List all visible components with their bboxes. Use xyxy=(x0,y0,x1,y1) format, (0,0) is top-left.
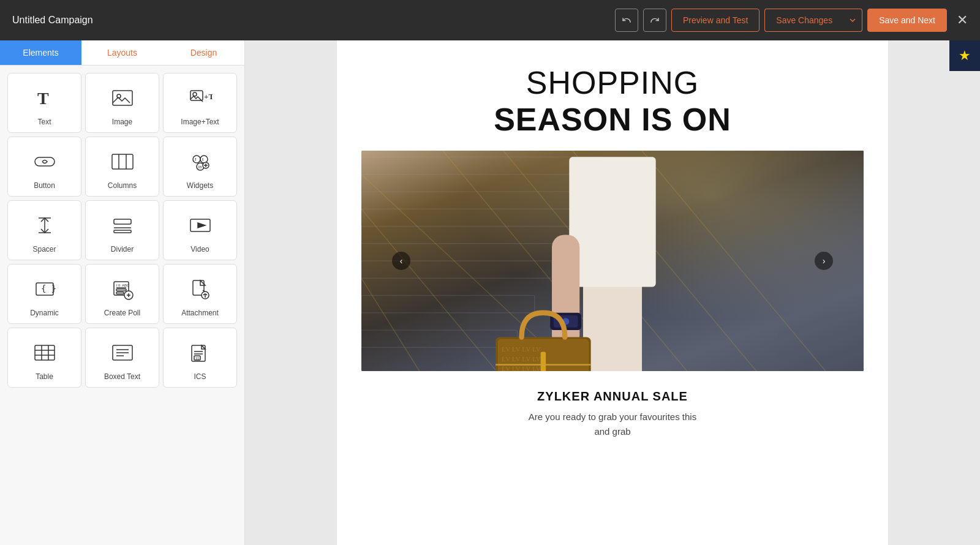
element-columns[interactable]: Columns xyxy=(85,137,159,197)
element-table[interactable]: Table xyxy=(7,328,81,388)
element-widgets-label: Widgets xyxy=(187,181,213,190)
save-changes-button[interactable]: Save Changes xyxy=(764,9,843,32)
section-body-line2: and grab xyxy=(386,424,839,439)
divider-icon xyxy=(108,211,137,240)
save-next-button[interactable]: Save and Next xyxy=(867,9,947,32)
element-divider[interactable]: Divider xyxy=(85,200,159,260)
svg-point-11 xyxy=(200,156,208,163)
svg-text:{ }: { } xyxy=(41,284,56,293)
element-button[interactable]: Button xyxy=(7,137,81,197)
svg-text:f: f xyxy=(195,157,197,162)
table-icon xyxy=(30,338,59,367)
undo-button[interactable] xyxy=(615,9,638,32)
carousel-prev-button[interactable]: ‹ xyxy=(392,252,410,270)
svg-rect-24 xyxy=(114,230,131,233)
heading-line1: SHOPPING xyxy=(361,65,864,102)
section-body-line1: Are you ready to grab your favourites th… xyxy=(386,410,839,424)
element-image[interactable]: Image xyxy=(85,73,159,133)
sidebar: Elements Layouts Design T Text xyxy=(0,40,245,545)
svg-rect-7 xyxy=(112,154,133,169)
element-ics-label: ICS xyxy=(194,372,206,381)
image-text-icon: +T xyxy=(186,83,215,113)
svg-text:in: in xyxy=(198,165,202,169)
element-video-label: Video xyxy=(190,245,209,254)
header-actions: Preview and Test Save Changes Save and N… xyxy=(615,9,968,32)
svg-text:t: t xyxy=(202,157,204,162)
svg-line-63 xyxy=(361,278,448,371)
element-spacer-label: Spacer xyxy=(32,245,56,254)
email-image: LV LV LV LV LV LV LV LV LV LV LV LV LV L… xyxy=(361,151,864,371)
element-attachment[interactable]: Attachment xyxy=(163,264,237,324)
element-divider-label: Divider xyxy=(111,245,134,254)
element-video[interactable]: Video xyxy=(163,200,237,260)
svg-rect-43 xyxy=(35,345,55,360)
element-spacer[interactable]: Spacer xyxy=(7,200,81,260)
redo-button[interactable] xyxy=(643,9,666,32)
sidebar-tabs: Elements Layouts Design xyxy=(0,40,244,66)
email-canvas: SHOPPING SEASON IS ON xyxy=(337,40,888,545)
canvas-area[interactable]: ★ SHOPPING SEASON IS ON xyxy=(245,40,980,545)
boxed-text-icon xyxy=(108,338,137,367)
svg-text:LV LV LV LV: LV LV LV LV xyxy=(502,364,541,370)
elements-grid: T Text Image xyxy=(0,66,244,395)
image-icon xyxy=(108,83,137,113)
star-icon: ★ xyxy=(959,48,971,64)
element-text[interactable]: T Text xyxy=(7,73,81,133)
email-section-body: Are you ready to grab your favourites th… xyxy=(337,410,888,451)
ics-icon: 31 xyxy=(186,338,215,367)
save-changes-group: Save Changes xyxy=(764,9,862,32)
element-image-text-label: Image+Text xyxy=(181,118,219,126)
element-boxed-text-label: Boxed Text xyxy=(104,372,140,381)
save-changes-dropdown-button[interactable] xyxy=(843,9,862,32)
email-heading: SHOPPING SEASON IS ON xyxy=(337,40,888,151)
tab-design[interactable]: Design xyxy=(163,40,244,65)
tab-layouts[interactable]: Layouts xyxy=(81,40,163,65)
element-table-label: Table xyxy=(36,372,53,381)
element-dynamic[interactable]: { } Dynamic xyxy=(7,264,81,324)
svg-marker-26 xyxy=(198,223,205,228)
svg-text:LV LV LV LV: LV LV LV LV xyxy=(502,345,541,353)
element-widgets[interactable]: f t in Widgets xyxy=(163,137,237,197)
preview-test-button[interactable]: Preview and Test xyxy=(671,9,760,32)
element-text-label: Text xyxy=(37,118,51,126)
columns-icon xyxy=(108,147,137,176)
main-layout: Elements Layouts Design T Text xyxy=(0,40,980,545)
svg-rect-68 xyxy=(361,295,535,312)
svg-text:II: II xyxy=(118,284,121,287)
svg-text:ABC: ABC xyxy=(122,284,130,287)
svg-text:31: 31 xyxy=(195,356,200,360)
dynamic-icon: { } xyxy=(30,274,59,304)
spacer-icon xyxy=(30,211,59,240)
svg-rect-69 xyxy=(361,330,517,347)
svg-rect-64 xyxy=(361,157,604,174)
svg-rect-66 xyxy=(361,226,569,243)
close-button[interactable]: ✕ xyxy=(957,13,968,27)
element-image-text[interactable]: +T Image+Text xyxy=(163,73,237,133)
element-dynamic-label: Dynamic xyxy=(30,309,59,317)
svg-text:+T: +T xyxy=(204,92,213,101)
svg-text:I: I xyxy=(116,284,118,287)
widgets-icon: f t in xyxy=(186,147,215,176)
email-image-block: LV LV LV LV LV LV LV LV LV LV LV LV LV L… xyxy=(337,151,888,371)
text-icon: T xyxy=(30,83,59,113)
carousel-next-button[interactable]: › xyxy=(815,252,833,270)
element-boxed-text[interactable]: Boxed Text xyxy=(85,328,159,388)
tab-elements[interactable]: Elements xyxy=(0,40,81,65)
attachment-icon xyxy=(186,274,215,304)
svg-rect-71 xyxy=(569,157,655,287)
svg-rect-86 xyxy=(541,351,546,371)
element-create-poll-label: Create Poll xyxy=(104,309,140,317)
element-create-poll[interactable]: I II ABC Create Poll xyxy=(85,264,159,324)
element-columns-label: Columns xyxy=(108,181,137,190)
fashion-svg: LV LV LV LV LV LV LV LV LV LV LV LV LV L… xyxy=(361,151,864,371)
header: Untitled Campaign Preview and Test Save … xyxy=(0,0,980,40)
svg-rect-1 xyxy=(113,91,132,105)
element-ics[interactable]: 31 ICS xyxy=(163,328,237,388)
svg-text:T: T xyxy=(37,89,49,108)
button-icon xyxy=(30,147,59,176)
svg-rect-34 xyxy=(116,289,126,291)
heading-line2: SEASON IS ON xyxy=(361,102,864,138)
element-attachment-label: Attachment xyxy=(181,309,219,317)
chevron-down-icon xyxy=(850,17,856,23)
star-badge[interactable]: ★ xyxy=(949,40,980,71)
